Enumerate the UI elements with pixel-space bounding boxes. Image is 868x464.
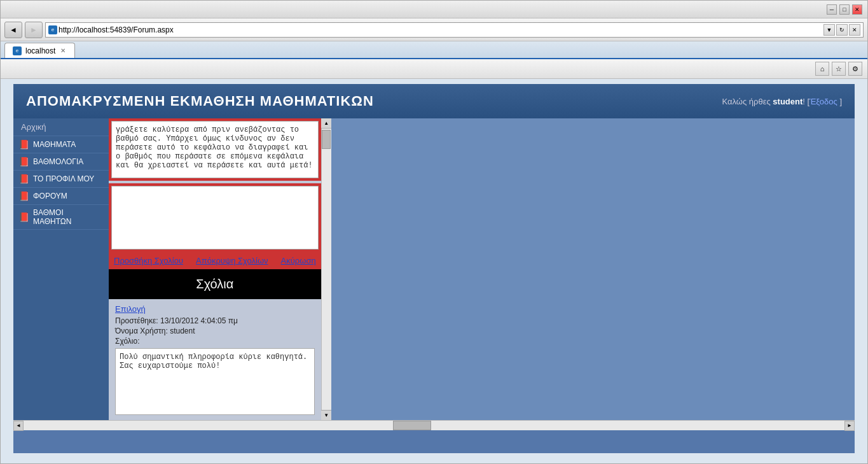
book-icon-4: 📕 <box>18 191 29 201</box>
address-input[interactable] <box>59 25 822 34</box>
top-red-section: γράξετε καλύτερα από πριν ανεβάζοντας το… <box>109 118 321 181</box>
sidebar-label-2: ΒΑΘΜΟΛΟΓΙΑ <box>33 157 83 166</box>
book-icon-3: 📕 <box>18 174 29 184</box>
settings-button[interactable]: ⚙ <box>848 62 862 76</box>
forward-button[interactable]: ► <box>25 22 43 38</box>
scroll-up-button[interactable]: ▲ <box>321 118 331 129</box>
favorites-button[interactable]: ☆ <box>832 62 846 76</box>
comment-entry: Επιλογή Προστέθηκε: 13/10/2012 4:04:05 π… <box>109 299 321 420</box>
back-button[interactable]: ◄ <box>4 22 22 38</box>
browser-window: ─ □ ✕ ◄ ► e ▼ ↻ ✕ e localhost ✕ <box>0 0 868 464</box>
page-header: ΑΠΟΜΑΚΡΥΣΜΕΝΗ ΕΚΜΑΘΗΣΗ ΜΑΘΗΜΑΤΙΚΩΝ Καλώς… <box>13 84 855 118</box>
search-dropdown-button[interactable]: ▼ <box>823 24 835 36</box>
scroll-track[interactable] <box>322 129 331 410</box>
page-favicon: e <box>48 25 57 34</box>
sidebar-label-5: ΒΑΘΜΟΙ ΜΑΘΗΤΩΝ <box>33 208 104 226</box>
sidebar-label-3: ΤΟ ΠΡΟΦΙΛ ΜΟΥ <box>33 174 94 183</box>
hide-comments-link[interactable]: Απόκρυψη Σχολίων <box>196 256 268 265</box>
stop-button[interactable]: ✕ <box>849 24 860 36</box>
book-icon-1: 📕 <box>18 139 29 150</box>
hscroll-track[interactable] <box>24 421 844 430</box>
book-icon-5: 📕 <box>18 212 29 222</box>
bracket-close: ] <box>837 97 842 106</box>
exclamation: ! [ <box>803 97 809 106</box>
action-links-bar: Προσθήκη Σχολίου Απόκρυψη Σχολίων Ακύρωσ… <box>109 252 321 269</box>
book-icon-2: 📕 <box>18 157 29 167</box>
sidebar-item-vathmologia[interactable]: 📕 ΒΑΘΜΟΛΟΓΙΑ <box>13 153 109 171</box>
tab-title: localhost <box>25 46 55 55</box>
sidebar-label-4: ΦΟΡΟΥΜ <box>33 192 67 200</box>
main-outer: γράξετε καλύτερα από πριν ανεβάζοντας το… <box>109 118 331 420</box>
hscroll-right-button[interactable]: ► <box>844 421 855 431</box>
reply-textarea[interactable] <box>112 186 318 247</box>
top-content-textarea[interactable]: γράξετε καλύτερα από πριν ανεβάζοντας το… <box>112 122 318 176</box>
sidebar: Αρχική 📕 ΜΑΘΗΜΑΤΑ 📕 ΒΑΘΜΟΛΟΓΙΑ 📕 ΤΟ ΠΡΟΦ… <box>13 118 109 420</box>
sidebar-item-profil[interactable]: 📕 ΤΟ ΠΡΟΦΙΛ ΜΟΥ <box>13 171 109 188</box>
sidebar-item-vathmoi[interactable]: 📕 ΒΑΘΜΟΙ ΜΑΘΗΤΩΝ <box>13 205 109 230</box>
horizontal-scrollbar[interactable]: ◄ ► <box>13 420 855 430</box>
add-comment-link[interactable]: Προσθήκη Σχολίου <box>114 256 183 265</box>
main-scrollbar-right[interactable]: ▲ ▼ <box>321 118 331 420</box>
logout-link[interactable]: Έξοδος <box>809 97 837 106</box>
tab-close-button[interactable]: ✕ <box>59 47 67 55</box>
welcome-text: Καλώς ήρθες <box>722 97 773 106</box>
browser-toolbar-right: ⌂ ☆ ⚙ <box>1 59 867 79</box>
sidebar-item-forum[interactable]: 📕 ΦΟΡΟΥΜ <box>13 188 109 205</box>
reply-textarea-container <box>111 186 319 250</box>
tab-favicon: e <box>13 46 22 55</box>
header-user: Καλώς ήρθες student! [Έξοδος ] <box>722 97 842 106</box>
comment-selection-link[interactable]: Επιλογή <box>115 304 315 314</box>
reply-red-section <box>109 183 321 252</box>
sidebar-label-1: ΜΑΘΗΜΑΤΑ <box>33 140 76 149</box>
scroll-down-button[interactable]: ▼ <box>321 410 331 420</box>
comment-added-date: Προστέθηκε: 13/10/2012 4:04:05 πμ <box>115 316 315 325</box>
comments-header: Σχόλια <box>109 269 321 299</box>
hscroll-left-button[interactable]: ◄ <box>13 421 24 431</box>
active-tab[interactable]: e localhost ✕ <box>4 43 75 58</box>
sidebar-home: Αρχική <box>13 118 109 136</box>
site-title: ΑΠΟΜΑΚΡΥΣΜΕΝΗ ΕΚΜΑΘΗΣΗ ΜΑΘΗΜΑΤΙΚΩΝ <box>26 93 374 109</box>
minimize-button[interactable]: ─ <box>827 4 837 15</box>
cancel-link[interactable]: Ακύρωση <box>281 256 316 265</box>
top-textarea-container: γράξετε καλύτερα από πριν ανεβάζοντας το… <box>111 121 319 178</box>
maximize-button[interactable]: □ <box>839 4 850 15</box>
comment-label: Σχόλιο: <box>115 337 315 346</box>
comment-textarea[interactable]: Πολύ σημαντική πληροφορία κύριε καθηγητά… <box>116 349 314 412</box>
refresh-button[interactable]: ↻ <box>836 24 848 36</box>
browser-toolbar: ◄ ► e ▼ ↻ ✕ <box>1 18 867 41</box>
header-username: student <box>773 97 803 106</box>
address-bar-container: e ▼ ↻ ✕ <box>45 22 864 38</box>
hscroll-thumb[interactable] <box>393 421 431 430</box>
browser-tabs: e localhost ✕ <box>1 41 867 59</box>
page-body: Αρχική 📕 ΜΑΘΗΜΑΤΑ 📕 ΒΑΘΜΟΛΟΓΙΑ 📕 ΤΟ ΠΡΟΦ… <box>13 118 855 420</box>
scroll-thumb[interactable] <box>322 130 331 149</box>
close-button[interactable]: ✕ <box>852 4 862 15</box>
home-button[interactable]: ⌂ <box>815 62 829 76</box>
comment-username: Όνομα Χρήστη: student <box>115 327 315 335</box>
comment-text-container: Πολύ σημαντική πληροφορία κύριε καθηγητά… <box>115 348 315 415</box>
page-wrapper: ΑΠΟΜΑΚΡΥΣΜΕΝΗ ΕΚΜΑΘΗΣΗ ΜΑΘΗΜΑΤΙΚΩΝ Καλώς… <box>13 84 855 453</box>
browser-titlebar: ─ □ ✕ <box>1 1 867 18</box>
sidebar-item-mathimata[interactable]: 📕 ΜΑΘΗΜΑΤΑ <box>13 136 109 153</box>
titlebar-buttons: ─ □ ✕ <box>827 4 862 15</box>
main-content: γράξετε καλύτερα από πριν ανεβάζοντας το… <box>109 118 321 420</box>
